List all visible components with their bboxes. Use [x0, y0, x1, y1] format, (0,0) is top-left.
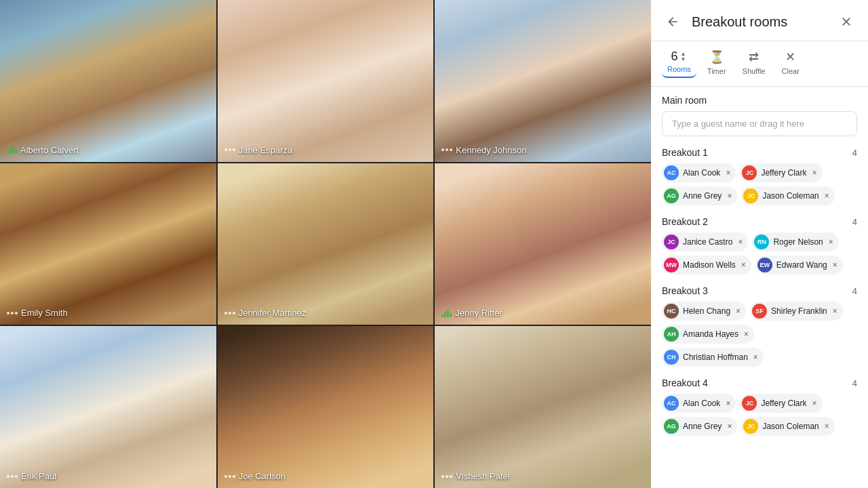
participant-remove-1-0[interactable]: × [738, 237, 743, 247]
participant-remove-0-0[interactable]: × [726, 168, 730, 178]
count-arrows[interactable]: ▲ ▼ [679, 52, 687, 62]
video-cell-4: Jennifer Martinez [218, 163, 434, 325]
participants-row-2-0: HCHelen Chang×SFShirley Franklin× [662, 302, 857, 321]
participant-chip-1-3: EWEdward Wang× [755, 256, 843, 274]
breakout-section-1: Breakout 24JCJanice Castro×RNRoger Nelso… [662, 216, 857, 274]
name-tag-2: Kennedy Johnson [441, 145, 526, 155]
participant-avatar-0-0: AC [664, 165, 679, 180]
participant-chip-0-3: JCJason Coleman× [741, 186, 834, 205]
shuffle-icon: ⇄ [749, 49, 759, 64]
video-cell-0: Alberto Calvert [0, 0, 216, 162]
mic-icon-6 [7, 475, 18, 478]
main-room-placeholder: Type a guest name or drag it here [672, 119, 804, 129]
participant-avatar-0-1: JC [742, 165, 757, 180]
participant-name-3-2: Anne Grey [683, 422, 722, 431]
participant-avatar-2-1: SF [752, 304, 767, 319]
participant-avatar-1-0: JC [664, 235, 679, 249]
main-room-input[interactable]: Type a guest name or drag it here [662, 111, 857, 136]
mic-icon-7 [224, 475, 235, 478]
participant-chip-0-0: ACAlan Cook× [662, 163, 736, 182]
name-tag-3: Emily Smith [7, 308, 68, 318]
mic-icon-0 [7, 146, 17, 154]
breakout-count-0: 4 [852, 148, 857, 158]
participant-name-0-1: Jeffery Clark [761, 168, 806, 178]
close-button[interactable] [835, 11, 857, 33]
participant-remove-1-1[interactable]: × [829, 237, 833, 247]
breakout-rooms-panel: Breakout rooms 6 ▲ ▼ Rooms ⏳ Timer ⇄ Shu… [651, 0, 868, 488]
timer-icon: ⏳ [709, 49, 724, 64]
participant-chip-0-2: AGAnne Grey× [662, 186, 737, 205]
participant-remove-0-2[interactable]: × [727, 191, 732, 201]
breakout-header-0: Breakout 14 [662, 147, 857, 158]
participant-remove-3-0[interactable]: × [726, 399, 730, 408]
participant-chip-1-2: MWMadison Wells× [662, 256, 751, 274]
participants-row-1-1: MWMadison Wells×EWEdward Wang× [662, 256, 857, 274]
timer-label: Timer [707, 67, 726, 75]
breakout-count-3: 4 [852, 378, 857, 388]
participant-remove-2-3[interactable]: × [753, 352, 758, 362]
breakout-section-3: Breakout 44ACAlan Cook×JCJeffery Clark×A… [662, 378, 857, 436]
participant-name-0-2: Anne Grey [683, 191, 722, 201]
participant-avatar-2-2: AH [664, 327, 679, 342]
back-button[interactable] [662, 11, 684, 33]
participant-chip-1-0: JCJanice Castro× [662, 232, 748, 251]
participant-remove-2-2[interactable]: × [744, 329, 749, 339]
participant-avatar-2-0: HC [664, 304, 679, 319]
participant-avatar-0-3: JC [743, 188, 758, 203]
mic-icon-2 [441, 148, 452, 151]
participant-chip-3-0: ACAlan Cook× [662, 394, 736, 413]
participant-chip-2-3: CHChristian Hoffman× [662, 348, 764, 367]
participant-name-1-3: Edward Wang [776, 260, 827, 270]
toolbar-clear[interactable]: ✕ Clear [776, 47, 805, 78]
breakout-section-2: Breakout 34HCHelen Chang×SFShirley Frank… [662, 285, 857, 367]
clear-icon: ✕ [785, 49, 795, 64]
name-tag-8: Vishesh Patel [441, 471, 509, 481]
video-cell-1: Jane Esparza [218, 0, 434, 162]
participant-remove-3-3[interactable]: × [825, 422, 829, 431]
participant-name-0-0: Alan Cook [683, 168, 720, 178]
participant-name-2-1: Shirley Franklin [771, 306, 827, 316]
participant-remove-1-2[interactable]: × [741, 260, 746, 270]
participant-remove-3-2[interactable]: × [727, 422, 732, 431]
rooms-label: Rooms [667, 65, 691, 73]
breakout-section-0: Breakout 14ACAlan Cook×JCJeffery Clark×A… [662, 147, 857, 205]
participants-row-3-0: ACAlan Cook×JCJeffery Clark× [662, 394, 857, 413]
participant-avatar-2-3: CH [664, 350, 679, 365]
participants-grid-3: ACAlan Cook×JCJeffery Clark×AGAnne Grey×… [662, 394, 857, 436]
mic-icon-8 [441, 475, 452, 478]
video-cell-3: Emily Smith [0, 163, 216, 325]
toolbar-shuffle[interactable]: ⇄ Shuffle [737, 47, 771, 78]
participants-row-0-1: AGAnne Grey×JCJason Coleman× [662, 186, 857, 205]
participant-avatar-3-2: AG [664, 419, 679, 434]
panel-title: Breakout rooms [692, 14, 827, 30]
participant-remove-1-3[interactable]: × [833, 260, 837, 270]
participant-avatar-0-2: AG [664, 188, 679, 203]
mic-icon-1 [224, 148, 235, 151]
participant-chip-3-3: JCJason Coleman× [741, 417, 834, 436]
participants-row-0-0: ACAlan Cook×JCJeffery Clark× [662, 163, 857, 182]
participant-remove-2-1[interactable]: × [833, 306, 837, 316]
shuffle-label: Shuffle [743, 67, 766, 75]
panel-body: Main room Type a guest name or drag it h… [651, 87, 868, 488]
breakout-title-1: Breakout 2 [662, 216, 708, 227]
participant-remove-0-3[interactable]: × [825, 191, 829, 201]
participant-name-1-1: Roger Nelson [773, 237, 823, 247]
participant-chip-3-1: JCJeffery Clark× [740, 394, 822, 413]
name-tag-6: Erik Paul [7, 471, 56, 481]
participant-chip-3-2: AGAnne Grey× [662, 417, 737, 436]
toolbar-timer[interactable]: ⏳ Timer [702, 47, 732, 78]
room-count: 6 [671, 49, 677, 64]
participant-avatar-1-1: RN [754, 235, 769, 249]
participant-chip-2-0: HCHelen Chang× [662, 302, 746, 321]
participant-remove-3-1[interactable]: × [812, 399, 817, 408]
participant-name-3-1: Jeffery Clark [761, 399, 806, 408]
breakout-count-1: 4 [852, 217, 857, 227]
count-down-button[interactable]: ▼ [679, 57, 687, 62]
name-tag-7: Joe Carlson [224, 471, 285, 481]
name-tag-1: Jane Esparza [224, 145, 293, 155]
participant-remove-2-0[interactable]: × [736, 306, 741, 316]
video-cell-2: Kennedy Johnson [435, 0, 651, 162]
mic-icon-3 [7, 312, 18, 314]
toolbar-rooms[interactable]: 6 ▲ ▼ Rooms [662, 47, 696, 78]
participant-remove-0-1[interactable]: × [812, 168, 817, 178]
